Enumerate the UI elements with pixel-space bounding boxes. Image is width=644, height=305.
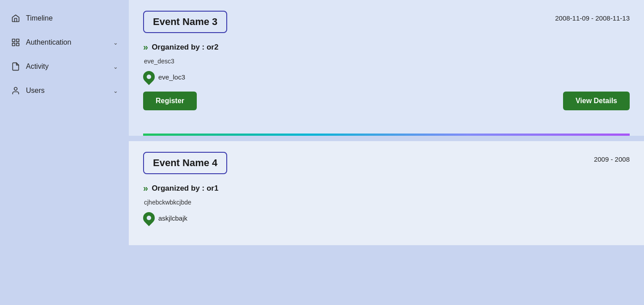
event-desc-4: cjhebckwbkcjbde bbox=[143, 199, 630, 206]
event-name-4: Event Name 4 bbox=[143, 152, 227, 174]
file-icon bbox=[11, 62, 21, 71]
svg-rect-3 bbox=[17, 43, 19, 46]
sidebar: Timeline Authentication ⌄ Activity ⌄ bbox=[0, 0, 129, 305]
view-details-button-3[interactable]: View Details bbox=[563, 92, 630, 110]
event-name-3: Event Name 3 bbox=[143, 11, 227, 33]
register-button-3[interactable]: Register bbox=[143, 92, 197, 110]
card-gap bbox=[129, 136, 644, 141]
sidebar-item-activity[interactable]: Activity ⌄ bbox=[0, 55, 129, 78]
sidebar-item-label-timeline: Timeline bbox=[26, 14, 118, 22]
location-text-4: askjlcbajk bbox=[158, 214, 187, 222]
event-card-3: Event Name 3 2008-11-09 - 2008-11-13 » O… bbox=[129, 0, 644, 136]
organizer-4: » Organized by : or1 bbox=[143, 183, 630, 193]
home-icon bbox=[11, 13, 21, 23]
event-card-4: Event Name 4 2009 - 2008 » Organized by … bbox=[129, 141, 644, 245]
chevron-down-icon-activity: ⌄ bbox=[113, 63, 118, 70]
button-row-3: Register View Details bbox=[143, 92, 630, 121]
sidebar-item-timeline[interactable]: Timeline bbox=[0, 7, 129, 29]
event-header-4: Event Name 4 2009 - 2008 bbox=[143, 152, 630, 174]
gradient-divider-3 bbox=[143, 134, 630, 136]
user-icon bbox=[11, 86, 21, 96]
event-date-4: 2009 - 2008 bbox=[594, 155, 630, 163]
svg-rect-0 bbox=[13, 39, 15, 42]
sidebar-item-label-authentication: Authentication bbox=[26, 38, 108, 46]
svg-rect-1 bbox=[17, 39, 19, 42]
chevron-down-icon: ⌄ bbox=[113, 39, 118, 46]
sidebar-item-label-activity: Activity bbox=[26, 63, 108, 71]
organizer-label-3: Organized by : or2 bbox=[152, 43, 218, 52]
svg-point-4 bbox=[14, 88, 17, 91]
sidebar-item-users[interactable]: Users ⌄ bbox=[0, 79, 129, 102]
location-text-3: eve_loc3 bbox=[158, 73, 185, 81]
location-pin-icon-4 bbox=[141, 210, 157, 226]
organizer-icon-3: » bbox=[143, 42, 148, 52]
location-pin-icon-3 bbox=[141, 69, 157, 85]
svg-rect-2 bbox=[13, 43, 15, 46]
chevron-down-icon-users: ⌄ bbox=[113, 88, 118, 94]
location-row-4: askjlcbajk bbox=[143, 212, 630, 224]
sidebar-item-label-users: Users bbox=[26, 87, 108, 95]
grid-icon bbox=[11, 38, 21, 47]
organizer-3: » Organized by : or2 bbox=[143, 42, 630, 52]
sidebar-item-authentication[interactable]: Authentication ⌄ bbox=[0, 31, 129, 54]
organizer-icon-4: » bbox=[143, 183, 148, 193]
event-date-3: 2008-11-09 - 2008-11-13 bbox=[555, 14, 630, 22]
main-content: Event Name 3 2008-11-09 - 2008-11-13 » O… bbox=[129, 0, 644, 305]
event-header-3: Event Name 3 2008-11-09 - 2008-11-13 bbox=[143, 11, 630, 33]
location-row-3: eve_loc3 bbox=[143, 71, 630, 83]
event-desc-3: eve_desc3 bbox=[143, 58, 630, 65]
organizer-label-4: Organized by : or1 bbox=[152, 184, 218, 193]
